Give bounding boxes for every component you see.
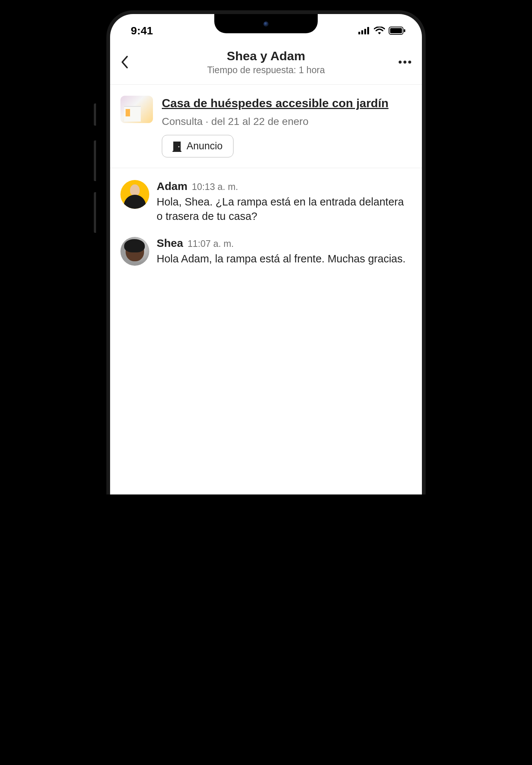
cellular-icon	[358, 27, 370, 34]
battery-icon	[389, 27, 406, 35]
message-time: 11:07 a. m.	[188, 238, 234, 249]
svg-rect-0	[358, 32, 360, 34]
phone-notch	[214, 14, 318, 33]
phone-inner-frame: 9:41	[106, 10, 426, 494]
listing-title-link[interactable]: Casa de huéspedes accesible con jardín	[162, 96, 412, 110]
phone-volume-up	[94, 140, 96, 181]
status-icons	[358, 27, 406, 35]
header-center: Shea y Adam Tiempo de respuesta: 1 hora	[137, 49, 395, 75]
message-content: Adam 10:13 a. m. Hola, Shea. ¿La rampa e…	[157, 180, 412, 224]
back-button[interactable]	[120, 54, 137, 70]
svg-rect-1	[361, 30, 363, 34]
listing-thumbnail[interactable]	[120, 96, 153, 123]
phone-silence-switch	[94, 103, 96, 126]
svg-point-9	[408, 61, 411, 64]
more-options-button[interactable]	[395, 54, 412, 70]
more-horizontal-icon	[398, 60, 412, 64]
message-time: 10:13 a. m.	[192, 181, 238, 192]
svg-rect-11	[173, 151, 181, 152]
phone-screen: 9:41	[110, 14, 422, 494]
chevron-left-icon	[120, 55, 129, 69]
wifi-icon	[374, 27, 385, 35]
message-header: Adam 10:13 a. m.	[157, 180, 412, 193]
header-subtitle: Tiempo de respuesta: 1 hora	[137, 65, 395, 75]
message-sender: Adam	[157, 180, 187, 193]
avatar-shea[interactable]	[120, 237, 149, 266]
listing-button-label: Anuncio	[187, 140, 223, 152]
message-header: Shea 11:07 a. m.	[157, 237, 412, 249]
listing-section: Casa de huéspedes accesible con jardín C…	[110, 85, 422, 168]
status-time: 9:41	[131, 24, 153, 37]
message-text: Hola Adam, la rampa está al frente. Much…	[157, 252, 412, 266]
header-title: Shea y Adam	[137, 49, 395, 63]
listing-button[interactable]: Anuncio	[162, 135, 233, 157]
message-item: Adam 10:13 a. m. Hola, Shea. ¿La rampa e…	[120, 180, 412, 224]
svg-point-8	[403, 61, 406, 64]
svg-rect-6	[404, 29, 405, 32]
listing-meta: Consulta · del 21 al 22 de enero	[162, 116, 412, 127]
svg-rect-3	[367, 27, 369, 34]
svg-point-12	[178, 146, 179, 147]
svg-point-7	[399, 61, 402, 64]
svg-rect-5	[390, 28, 402, 33]
messages-list: Adam 10:13 a. m. Hola, Shea. ¿La rampa e…	[110, 168, 422, 291]
message-content: Shea 11:07 a. m. Hola Adam, la rampa est…	[157, 237, 412, 266]
svg-rect-2	[364, 29, 366, 34]
listing-info: Casa de huéspedes accesible con jardín C…	[162, 96, 412, 157]
conversation-header: Shea y Adam Tiempo de respuesta: 1 hora	[110, 43, 422, 85]
svg-rect-10	[173, 142, 181, 151]
phone-volume-down	[94, 192, 96, 233]
message-item: Shea 11:07 a. m. Hola Adam, la rampa est…	[120, 237, 412, 266]
message-text: Hola, Shea. ¿La rampa está en la entrada…	[157, 195, 412, 224]
phone-frame: 9:41	[96, 0, 436, 494]
avatar-adam[interactable]	[120, 180, 149, 209]
phone-camera	[263, 21, 269, 27]
message-sender: Shea	[157, 237, 183, 249]
door-icon	[173, 141, 181, 152]
